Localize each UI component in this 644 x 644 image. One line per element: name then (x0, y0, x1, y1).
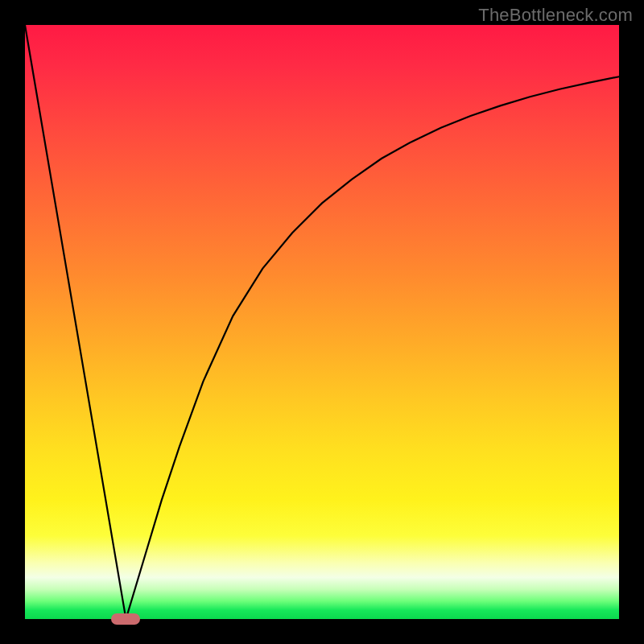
watermark-text: TheBottleneck.com (478, 5, 633, 26)
bottleneck-curve (25, 25, 619, 619)
curve-path (25, 25, 619, 619)
plot-area (25, 25, 619, 619)
chart-frame: TheBottleneck.com (0, 0, 644, 644)
minimum-marker (111, 613, 140, 625)
